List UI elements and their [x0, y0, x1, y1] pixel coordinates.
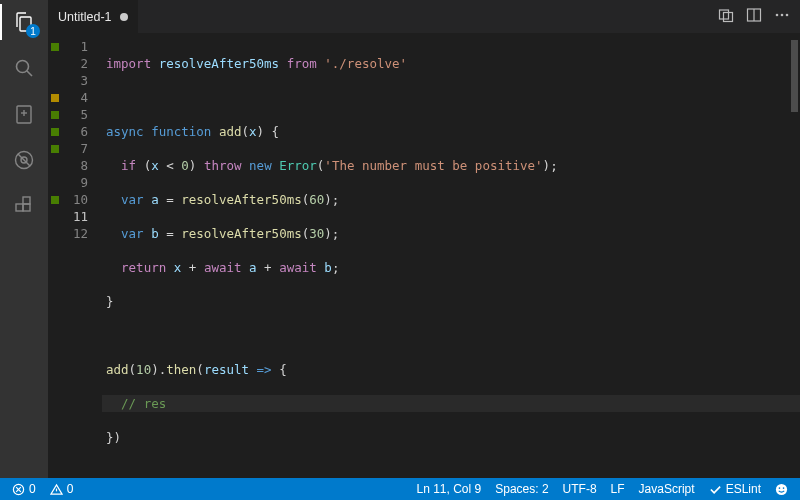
svg-point-16 [786, 14, 789, 17]
code-content[interactable]: import resolveAfter50ms from './resolve'… [102, 38, 800, 478]
gutter-markers [48, 38, 62, 478]
svg-point-22 [779, 487, 781, 489]
code-editor[interactable]: 123456789101112 import resolveAfter50ms … [48, 34, 800, 478]
more-actions-icon[interactable] [774, 7, 790, 26]
status-errors[interactable]: 0 [8, 478, 40, 500]
explorer-badge: 1 [26, 24, 40, 38]
tab-title: Untitled-1 [58, 10, 112, 24]
compare-icon[interactable] [718, 7, 734, 26]
svg-rect-7 [16, 204, 23, 211]
search-icon[interactable] [10, 54, 38, 82]
svg-point-21 [776, 483, 787, 494]
scrollbar-track[interactable] [788, 34, 800, 478]
status-feedback-icon[interactable] [771, 478, 792, 500]
tab-untitled[interactable]: Untitled-1 [48, 0, 139, 33]
line-number-gutter: 123456789101112 [62, 38, 102, 478]
explorer-icon[interactable]: 1 [10, 8, 38, 36]
activity-bar: 1 [0, 0, 48, 478]
source-control-icon[interactable] [10, 100, 38, 128]
tab-bar: Untitled-1 [48, 0, 800, 34]
status-indentation[interactable]: Spaces: 2 [491, 478, 552, 500]
svg-point-0 [17, 61, 29, 73]
svg-rect-8 [23, 204, 30, 211]
status-bar: 0 0 Ln 11, Col 9 Spaces: 2 UTF-8 LF Java… [0, 478, 800, 500]
svg-point-14 [776, 14, 779, 17]
svg-point-23 [783, 487, 785, 489]
tab-dirty-indicator-icon [120, 13, 128, 21]
status-eol[interactable]: LF [607, 478, 629, 500]
status-language[interactable]: JavaScript [635, 478, 699, 500]
svg-point-15 [781, 14, 784, 17]
status-encoding[interactable]: UTF-8 [559, 478, 601, 500]
svg-line-1 [27, 71, 32, 76]
status-cursor-position[interactable]: Ln 11, Col 9 [413, 478, 486, 500]
extensions-icon[interactable] [10, 192, 38, 220]
svg-rect-9 [23, 197, 30, 204]
editor-actions [708, 0, 800, 33]
status-eslint[interactable]: ESLint [705, 478, 765, 500]
status-warnings[interactable]: 0 [46, 478, 78, 500]
split-editor-icon[interactable] [746, 7, 762, 26]
debug-icon[interactable] [10, 146, 38, 174]
